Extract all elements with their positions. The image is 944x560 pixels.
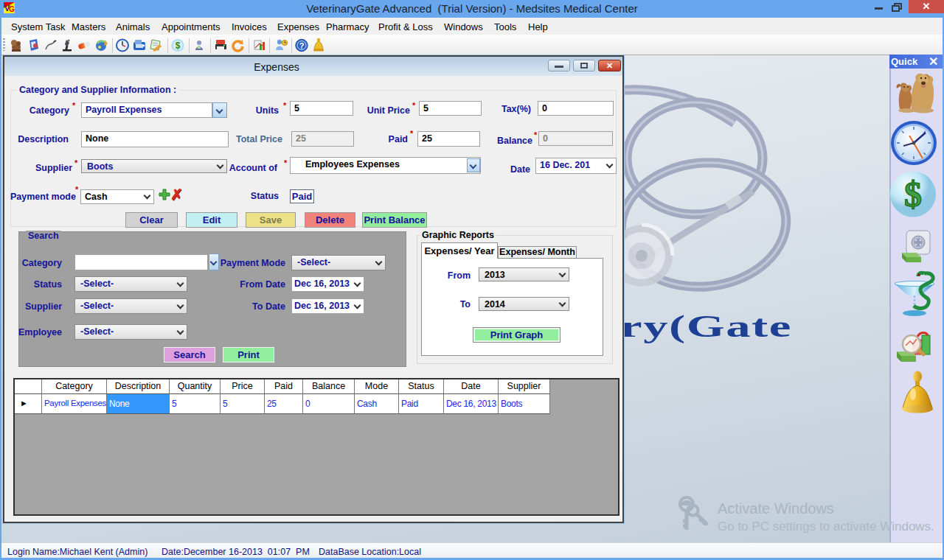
svg-text:$: $ (176, 41, 181, 51)
svg-text:?: ? (299, 41, 305, 50)
svg-text:$: $ (904, 175, 922, 214)
